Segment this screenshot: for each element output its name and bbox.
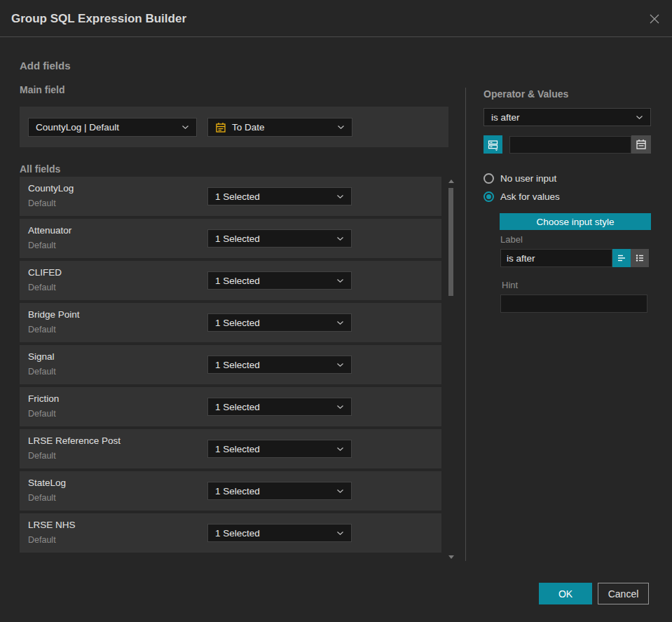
chevron-down-icon [336, 236, 344, 241]
main-field-select-value: CountyLog | Default [36, 122, 119, 133]
field-selection-select[interactable]: 1 Selected [207, 313, 352, 332]
field-name: LRSE NHS [28, 520, 76, 530]
label-style-text-button[interactable] [612, 249, 631, 267]
main-field-date-select-value: To Date [232, 122, 265, 133]
main-field-panel: CountyLog | Default To Date [20, 107, 448, 147]
group-sql-expression-builder-dialog: Group SQL Expression Builder Add fields … [0, 0, 672, 622]
chevron-down-icon [181, 125, 189, 130]
dialog-title: Group SQL Expression Builder [11, 0, 186, 37]
field-row: LRSE NHS Default 1 Selected [20, 513, 441, 553]
field-selection-select[interactable]: 1 Selected [207, 440, 352, 458]
field-selection-select[interactable]: 1 Selected [207, 356, 352, 374]
field-subtitle: Default [28, 283, 56, 292]
field-subtitle: Default [28, 451, 56, 461]
field-selection-select[interactable]: 1 Selected [207, 398, 352, 416]
field-selection-select[interactable]: 1 Selected [207, 524, 352, 542]
field-subtitle: Default [28, 409, 56, 419]
field-subtitle: Default [28, 198, 56, 208]
chevron-down-icon [336, 447, 344, 452]
field-row: Bridge Point Default 1 Selected [20, 303, 441, 342]
field-subtitle: Default [28, 241, 56, 250]
radio-no-user-input-label: No user input [500, 173, 556, 184]
radio-circle-checked-icon [484, 191, 494, 202]
chevron-down-icon [336, 363, 344, 367]
chevron-down-icon [336, 489, 344, 494]
field-selection-select[interactable]: 1 Selected [207, 187, 352, 205]
all-fields-list: CountyLog Default 1 Selected Attenuator … [20, 177, 441, 561]
label-caption: Label [500, 234, 523, 245]
operator-select-value: is after [491, 112, 520, 123]
dialog-titlebar: Group SQL Expression Builder [0, 0, 672, 37]
chevron-down-icon [336, 405, 344, 410]
ok-button[interactable]: OK [539, 583, 592, 604]
list-scrollbar [448, 177, 455, 561]
field-name: Friction [28, 393, 59, 404]
field-selection-value: 1 Selected [215, 234, 260, 244]
calendar-icon [636, 139, 647, 150]
field-selection-value: 1 Selected [215, 528, 260, 539]
field-row: Attenuator Default 1 Selected [20, 219, 441, 258]
scrollbar-down-arrow[interactable] [448, 554, 454, 560]
value-date-input[interactable] [509, 136, 631, 154]
operator-values-heading: Operator & Values [484, 88, 568, 100]
calendar-icon [215, 122, 226, 133]
chevron-down-icon [336, 531, 344, 536]
field-selection-value: 1 Selected [215, 191, 260, 202]
chevron-down-icon [336, 194, 344, 199]
bullet-list-icon [634, 252, 645, 264]
main-field-select[interactable]: CountyLog | Default [28, 118, 197, 137]
field-name: CountyLog [28, 183, 74, 194]
value-calendar-button[interactable] [631, 135, 651, 154]
chevron-down-icon [336, 320, 344, 325]
close-button[interactable] [647, 11, 662, 27]
field-row: Friction Default 1 Selected [20, 387, 441, 426]
field-name: CLIFED [28, 267, 62, 278]
hint-caption: Hint [502, 280, 518, 290]
panel-divider [465, 88, 466, 561]
radio-no-user-input[interactable]: No user input [484, 173, 556, 184]
radio-ask-for-values-label: Ask for values [500, 191, 560, 202]
operator-select[interactable]: is after [484, 108, 651, 126]
label-style-list-button[interactable] [631, 249, 649, 267]
main-field-date-select[interactable]: To Date [207, 118, 352, 137]
radio-circle-icon [484, 173, 494, 184]
main-field-heading: Main field [20, 84, 65, 95]
field-selection-value: 1 Selected [215, 486, 260, 496]
field-subtitle: Default [28, 325, 56, 334]
label-input[interactable] [500, 249, 612, 267]
field-row: StateLog Default 1 Selected [20, 471, 441, 511]
choose-input-style-button[interactable]: Choose input style [500, 213, 651, 230]
field-name: StateLog [28, 478, 66, 488]
hint-input[interactable] [500, 295, 647, 313]
field-row: CountyLog Default 1 Selected [20, 177, 441, 216]
field-selection-value: 1 Selected [215, 318, 260, 328]
scrollbar-thumb[interactable] [448, 188, 453, 296]
field-selection-value: 1 Selected [215, 402, 260, 412]
cancel-button[interactable]: Cancel [598, 583, 649, 604]
field-name: LRSE Reference Post [28, 435, 121, 446]
field-subtitle: Default [28, 493, 56, 503]
field-row: Signal Default 1 Selected [20, 345, 441, 384]
chevron-down-icon [336, 278, 344, 283]
field-selection-value: 1 Selected [215, 360, 260, 370]
field-selection-select[interactable]: 1 Selected [207, 482, 352, 500]
all-fields-heading: All fields [20, 163, 60, 175]
field-name: Attenuator [28, 225, 71, 236]
field-row: LRSE Reference Post Default 1 Selected [20, 429, 441, 468]
field-selection-value: 1 Selected [215, 276, 260, 286]
field-selection-value: 1 Selected [215, 444, 260, 454]
scrollbar-up-arrow[interactable] [448, 178, 454, 184]
field-selection-select[interactable]: 1 Selected [207, 271, 352, 290]
close-icon [647, 12, 661, 26]
field-subtitle: Default [28, 367, 56, 377]
value-source-button[interactable] [484, 135, 502, 154]
field-row: CLIFED Default 1 Selected [20, 261, 441, 300]
field-subtitle: Default [28, 535, 56, 545]
field-selection-select[interactable]: 1 Selected [207, 229, 352, 248]
chevron-down-icon [337, 125, 345, 130]
chevron-down-icon [636, 115, 643, 120]
field-name: Bridge Point [28, 309, 80, 320]
align-left-icon [616, 252, 627, 264]
radio-ask-for-values[interactable]: Ask for values [484, 191, 560, 202]
add-fields-heading: Add fields [20, 60, 71, 72]
